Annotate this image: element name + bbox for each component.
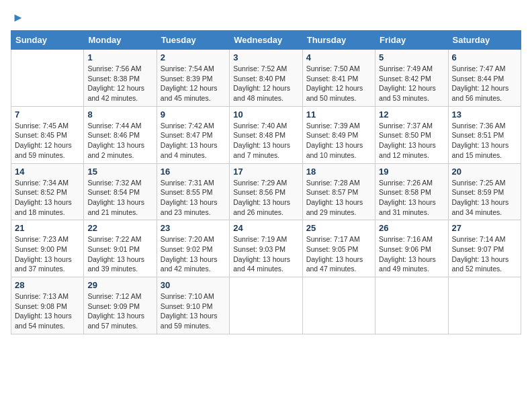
- day-number: 6: [452, 52, 517, 62]
- calendar-cell: 27Sunrise: 7:14 AM Sunset: 9:07 PM Dayli…: [448, 220, 521, 277]
- day-info: Sunrise: 7:37 AM Sunset: 8:50 PM Dayligh…: [379, 121, 444, 161]
- day-info: Sunrise: 7:32 AM Sunset: 8:54 PM Dayligh…: [87, 178, 152, 218]
- calendar-cell: 18Sunrise: 7:28 AM Sunset: 8:57 PM Dayli…: [302, 163, 375, 220]
- day-number: 23: [161, 223, 226, 233]
- day-number: 20: [452, 167, 517, 177]
- calendar-cell: 6Sunrise: 7:47 AM Sunset: 8:44 PM Daylig…: [448, 50, 521, 107]
- calendar-cell: 16Sunrise: 7:31 AM Sunset: 8:55 PM Dayli…: [157, 163, 229, 220]
- day-info: Sunrise: 7:16 AM Sunset: 9:06 PM Dayligh…: [379, 234, 444, 274]
- calendar-cell: [448, 277, 521, 334]
- day-info: Sunrise: 7:10 AM Sunset: 9:10 PM Dayligh…: [161, 291, 226, 331]
- day-number: 1: [87, 52, 152, 62]
- calendar-header-wednesday: Wednesday: [230, 31, 302, 50]
- day-info: Sunrise: 7:29 AM Sunset: 8:56 PM Dayligh…: [233, 178, 298, 218]
- day-number: 4: [306, 52, 371, 62]
- calendar-header-row: SundayMondayTuesdayWednesdayThursdayFrid…: [11, 31, 521, 50]
- day-info: Sunrise: 7:28 AM Sunset: 8:57 PM Dayligh…: [306, 178, 371, 218]
- day-number: 13: [452, 109, 517, 120]
- calendar-header-monday: Monday: [84, 31, 157, 50]
- calendar-cell: 30Sunrise: 7:10 AM Sunset: 9:10 PM Dayli…: [157, 277, 229, 334]
- day-info: Sunrise: 7:52 AM Sunset: 8:40 PM Dayligh…: [233, 64, 298, 103]
- calendar-cell: 26Sunrise: 7:16 AM Sunset: 9:06 PM Dayli…: [375, 220, 448, 277]
- calendar-cell: 15Sunrise: 7:32 AM Sunset: 8:54 PM Dayli…: [84, 163, 157, 220]
- calendar-cell: 22Sunrise: 7:22 AM Sunset: 9:01 PM Dayli…: [84, 220, 157, 277]
- day-info: Sunrise: 7:12 AM Sunset: 9:09 PM Dayligh…: [87, 291, 152, 331]
- calendar-cell: 29Sunrise: 7:12 AM Sunset: 9:09 PM Dayli…: [84, 277, 157, 334]
- day-info: Sunrise: 7:56 AM Sunset: 8:38 PM Dayligh…: [87, 64, 152, 103]
- day-number: 30: [161, 280, 226, 290]
- calendar-header-sunday: Sunday: [11, 31, 84, 50]
- day-info: Sunrise: 7:14 AM Sunset: 9:07 PM Dayligh…: [452, 234, 517, 274]
- day-info: Sunrise: 7:20 AM Sunset: 9:02 PM Dayligh…: [161, 234, 226, 274]
- day-number: 7: [15, 109, 80, 120]
- calendar-week-row: 7Sunrise: 7:45 AM Sunset: 8:45 PM Daylig…: [11, 106, 521, 163]
- day-number: 29: [87, 280, 152, 290]
- calendar-header-tuesday: Tuesday: [157, 31, 229, 50]
- calendar-cell: 17Sunrise: 7:29 AM Sunset: 8:56 PM Dayli…: [230, 163, 302, 220]
- day-info: Sunrise: 7:34 AM Sunset: 8:52 PM Dayligh…: [15, 178, 80, 218]
- day-number: 19: [379, 167, 444, 177]
- calendar-cell: 12Sunrise: 7:37 AM Sunset: 8:50 PM Dayli…: [375, 106, 448, 163]
- calendar-cell: [302, 277, 375, 334]
- calendar-cell: [375, 277, 448, 334]
- calendar-cell: 11Sunrise: 7:39 AM Sunset: 8:49 PM Dayli…: [302, 106, 375, 163]
- day-number: 24: [233, 223, 298, 233]
- day-info: Sunrise: 7:45 AM Sunset: 8:45 PM Dayligh…: [15, 121, 80, 161]
- day-info: Sunrise: 7:22 AM Sunset: 9:01 PM Dayligh…: [87, 234, 152, 274]
- calendar-week-row: 1Sunrise: 7:56 AM Sunset: 8:38 PM Daylig…: [11, 50, 521, 107]
- day-info: Sunrise: 7:54 AM Sunset: 8:39 PM Dayligh…: [161, 64, 226, 103]
- day-info: Sunrise: 7:42 AM Sunset: 8:47 PM Dayligh…: [161, 121, 226, 161]
- day-info: Sunrise: 7:31 AM Sunset: 8:55 PM Dayligh…: [161, 178, 226, 218]
- calendar-week-row: 14Sunrise: 7:34 AM Sunset: 8:52 PM Dayli…: [11, 163, 521, 220]
- day-info: Sunrise: 7:17 AM Sunset: 9:05 PM Dayligh…: [306, 234, 371, 274]
- calendar-cell: [11, 50, 84, 107]
- calendar-cell: 24Sunrise: 7:19 AM Sunset: 9:03 PM Dayli…: [230, 220, 302, 277]
- day-info: Sunrise: 7:40 AM Sunset: 8:48 PM Dayligh…: [233, 121, 298, 161]
- day-number: 9: [161, 109, 226, 120]
- day-number: 12: [379, 109, 444, 120]
- calendar-cell: 25Sunrise: 7:17 AM Sunset: 9:05 PM Dayli…: [302, 220, 375, 277]
- logo: ►: [11, 11, 24, 25]
- calendar-header-thursday: Thursday: [302, 31, 375, 50]
- calendar-cell: 2Sunrise: 7:54 AM Sunset: 8:39 PM Daylig…: [157, 50, 229, 107]
- calendar-cell: 3Sunrise: 7:52 AM Sunset: 8:40 PM Daylig…: [230, 50, 302, 107]
- day-number: 22: [87, 223, 152, 233]
- day-info: Sunrise: 7:19 AM Sunset: 9:03 PM Dayligh…: [233, 234, 298, 274]
- logo-bird-icon: ►: [12, 11, 24, 25]
- calendar-week-row: 21Sunrise: 7:23 AM Sunset: 9:00 PM Dayli…: [11, 220, 521, 277]
- day-info: Sunrise: 7:13 AM Sunset: 9:08 PM Dayligh…: [15, 291, 80, 331]
- day-info: Sunrise: 7:47 AM Sunset: 8:44 PM Dayligh…: [452, 64, 517, 103]
- day-number: 27: [452, 223, 517, 233]
- calendar-cell: 19Sunrise: 7:26 AM Sunset: 8:58 PM Dayli…: [375, 163, 448, 220]
- day-number: 28: [15, 280, 80, 290]
- day-number: 3: [233, 52, 298, 62]
- day-number: 8: [87, 109, 152, 120]
- calendar-cell: 10Sunrise: 7:40 AM Sunset: 8:48 PM Dayli…: [230, 106, 302, 163]
- calendar-cell: 7Sunrise: 7:45 AM Sunset: 8:45 PM Daylig…: [11, 106, 84, 163]
- day-info: Sunrise: 7:23 AM Sunset: 9:00 PM Dayligh…: [15, 234, 80, 274]
- calendar-cell: 8Sunrise: 7:44 AM Sunset: 8:46 PM Daylig…: [84, 106, 157, 163]
- day-number: 15: [87, 167, 152, 177]
- calendar-cell: 14Sunrise: 7:34 AM Sunset: 8:52 PM Dayli…: [11, 163, 84, 220]
- calendar-cell: 1Sunrise: 7:56 AM Sunset: 8:38 PM Daylig…: [84, 50, 157, 107]
- day-number: 18: [306, 167, 371, 177]
- calendar-header-friday: Friday: [375, 31, 448, 50]
- day-number: 16: [161, 167, 226, 177]
- calendar-cell: 4Sunrise: 7:50 AM Sunset: 8:41 PM Daylig…: [302, 50, 375, 107]
- day-number: 17: [233, 167, 298, 177]
- day-number: 21: [15, 223, 80, 233]
- calendar-cell: 13Sunrise: 7:36 AM Sunset: 8:51 PM Dayli…: [448, 106, 521, 163]
- calendar-cell: 5Sunrise: 7:49 AM Sunset: 8:42 PM Daylig…: [375, 50, 448, 107]
- day-number: 25: [306, 223, 371, 233]
- day-info: Sunrise: 7:50 AM Sunset: 8:41 PM Dayligh…: [306, 64, 371, 103]
- day-number: 5: [379, 52, 444, 62]
- day-number: 10: [233, 109, 298, 120]
- day-info: Sunrise: 7:36 AM Sunset: 8:51 PM Dayligh…: [452, 121, 517, 161]
- day-info: Sunrise: 7:44 AM Sunset: 8:46 PM Dayligh…: [87, 121, 152, 161]
- calendar-week-row: 28Sunrise: 7:13 AM Sunset: 9:08 PM Dayli…: [11, 277, 521, 334]
- calendar-table: SundayMondayTuesdayWednesdayThursdayFrid…: [11, 30, 521, 334]
- calendar-cell: 23Sunrise: 7:20 AM Sunset: 9:02 PM Dayli…: [157, 220, 229, 277]
- day-info: Sunrise: 7:26 AM Sunset: 8:58 PM Dayligh…: [379, 178, 444, 218]
- day-info: Sunrise: 7:49 AM Sunset: 8:42 PM Dayligh…: [379, 64, 444, 103]
- calendar-cell: [230, 277, 302, 334]
